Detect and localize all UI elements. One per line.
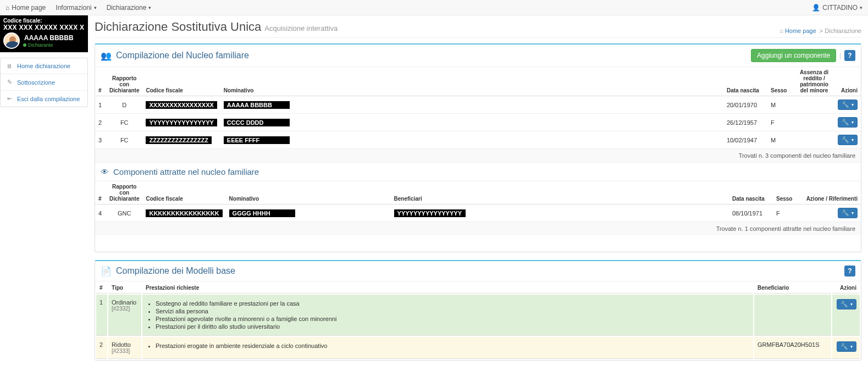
cell-cf: YYYYYYYYYYYYYYYY <box>142 114 220 131</box>
cell-azioni: 🔧▾ <box>832 337 860 359</box>
actions-button[interactable]: 🔧▾ <box>838 117 858 128</box>
wrench-icon: 🔧 <box>842 101 849 108</box>
col-m-tipo: Tipo <box>108 283 141 294</box>
actions-button[interactable]: 🔧▾ <box>837 341 856 352</box>
cell-nome: AAAAA BBBBB <box>220 96 723 114</box>
home-icon: ⌂ <box>779 27 783 34</box>
help-button[interactable]: ? <box>844 266 855 277</box>
identity-box: Codice fiscale: XXX XXX XXXXX XXXX X AAA… <box>0 15 88 52</box>
col-a-cf: Codice fiscale <box>142 181 225 204</box>
actions-button[interactable]: 🔧▾ <box>838 135 858 145</box>
caret-down-icon: ▾ <box>850 344 853 349</box>
cell-idx: 1 <box>95 96 106 114</box>
cell-rapporto: GNC <box>106 204 142 222</box>
col-rapporto: Rapporto con Dichiarante <box>106 67 142 96</box>
col-a-idx: # <box>95 181 106 204</box>
cell-cf: XXXXXXXXXXXXXXXX <box>142 96 220 114</box>
cell-assenza <box>795 131 833 149</box>
user-icon: 👤 <box>812 4 820 12</box>
menu-home-dichiarazione[interactable]: 🗎Home dichiarazione <box>1 58 87 74</box>
cell-code: [#2332] <box>112 306 138 312</box>
cell-beneficiario <box>754 295 831 336</box>
prestazione-item: Servizi alla persona <box>156 308 750 314</box>
menu-sottoscrizione[interactable]: ✎Sottoscrizione <box>1 74 87 91</box>
breadcrumb-current: Dichiarazione <box>825 27 861 34</box>
cell-rapporto: FC <box>106 114 142 131</box>
caret-down-icon: ▾ <box>94 5 97 10</box>
nav-dichiarazione[interactable]: Dichiarazione▾ <box>107 4 152 12</box>
edit-icon: ✎ <box>6 79 13 86</box>
eye-icon: 👁 <box>101 167 109 176</box>
nav-home[interactable]: ⌂Home page <box>5 4 46 12</box>
document-icon: 🗎 <box>6 63 13 69</box>
cell-azioni: 🔧▾ <box>833 131 861 149</box>
cell-azioni: 🔧▾ <box>800 204 861 222</box>
cell-assenza <box>795 96 833 114</box>
cell-prestazioni: Prestazioni erogate in ambiente residenz… <box>142 337 753 359</box>
modelli-table: # Tipo Prestazioni richieste Beneficiari… <box>95 281 861 360</box>
col-nome: Nominativo <box>220 67 723 96</box>
wrench-icon: 🔧 <box>842 119 849 126</box>
table-row: 1Ordinario[#2332]Sostegno al reddito fam… <box>96 295 860 336</box>
help-button[interactable]: ? <box>844 50 855 61</box>
cell-azioni: 🔧▾ <box>833 114 861 131</box>
prestazione-item: Prestazioni erogate in ambiente residenz… <box>156 342 750 349</box>
col-a-nome: Nominativo <box>226 181 391 204</box>
page-title: Dichiarazione Sostitutiva UnicaAcquisizi… <box>95 20 338 34</box>
cell-beneficiario: GRMFBA70A20H501S <box>754 337 831 359</box>
caret-down-icon: ▾ <box>852 102 854 107</box>
cell-cf: KKKKKKKKKKKKKKKK <box>142 204 225 222</box>
cell-idx: 2 <box>96 337 107 359</box>
cell-sesso: M <box>767 131 795 149</box>
cell-idx: 1 <box>96 295 107 336</box>
prestazione-item: Prestazioni agevolate rivolte a minorenn… <box>156 316 750 322</box>
nav-informazioni[interactable]: Informazioni▾ <box>56 4 96 12</box>
col-sesso: Sesso <box>767 67 795 96</box>
actions-button[interactable]: 🔧▾ <box>838 99 858 110</box>
menu-esci[interactable]: ⇤Esci dalla compilazione <box>1 91 87 107</box>
nucleo-footer: Trovati n. 3 componenti del nucleo famil… <box>95 149 861 162</box>
side-menu: 🗎Home dichiarazione ✎Sottoscrizione ⇤Esc… <box>0 58 88 107</box>
wrench-icon: 🔧 <box>842 209 849 217</box>
users-icon: 👥 <box>101 51 112 61</box>
cell-sesso: F <box>773 204 800 222</box>
table-row: 1DXXXXXXXXXXXXXXXXAAAAA BBBBB20/01/1970M… <box>95 96 861 114</box>
identity-name: AAAAA BBBBB <box>23 34 75 42</box>
caret-down-icon: ▾ <box>860 5 863 10</box>
cell-prestazioni: Sostegno al reddito familiare e prestazi… <box>142 295 753 336</box>
top-navbar: ⌂Home page Informazioni▾ Dichiarazione▾ … <box>0 0 868 15</box>
cell-benef: YYYYYYYYYYYYYYYY <box>391 204 729 222</box>
sidebar: Codice fiscale: XXX XXX XXXXX XXXX X AAA… <box>0 15 88 373</box>
nav-user[interactable]: 👤CITTADINO▾ <box>812 4 863 12</box>
add-componente-button[interactable]: Aggiungi un componente <box>751 49 836 62</box>
avatar <box>3 32 20 49</box>
cell-nome: EEEE FFFF <box>220 131 723 149</box>
col-a-nascita: Data nascita <box>729 181 773 204</box>
col-nascita: Data nascita <box>723 67 767 96</box>
col-m-azioni: Azioni <box>832 283 860 294</box>
col-a-rapporto: Rapporto con Dichiarante <box>106 181 142 204</box>
breadcrumb-home[interactable]: Home page <box>785 27 816 34</box>
panel-modelli: 📄Compilazione dei Modelli base ? # Tipo … <box>95 260 861 361</box>
cell-nascita: 20/01/1970 <box>723 96 767 114</box>
actions-button[interactable]: 🔧▾ <box>838 208 858 218</box>
cell-rapporto: D <box>106 96 142 114</box>
col-cf: Codice fiscale <box>142 67 220 96</box>
cell-tipo: Ridotto[#2333] <box>108 337 141 359</box>
prestazione-item: Sostegno al reddito familiare e prestazi… <box>156 300 750 307</box>
panel-modelli-title: 📄Compilazione dei Modelli base <box>101 266 235 277</box>
cell-nascita: 08/10/1971 <box>729 204 773 222</box>
col-azioni: Azioni <box>833 67 861 96</box>
nucleo-table: # Rapporto con Dichiarante Codice fiscal… <box>95 67 861 149</box>
table-row: 2Ridotto[#2333]Prestazioni erogate in am… <box>96 337 860 359</box>
actions-button[interactable]: 🔧▾ <box>837 299 856 309</box>
caret-down-icon: ▾ <box>852 137 854 142</box>
cell-nome: CCCC DDDD <box>220 114 723 131</box>
breadcrumb: ⌂ Home page > Dichiarazione <box>779 27 861 34</box>
home-icon: ⌂ <box>5 4 9 12</box>
wrench-icon: 🔧 <box>842 136 849 143</box>
cell-idx: 3 <box>95 131 106 149</box>
file-icon: 📄 <box>101 266 112 277</box>
panel-attratte-title: 👁Componenti attratte nel nucleo familiar… <box>101 167 855 176</box>
table-row: 4GNCKKKKKKKKKKKKKKKKGGGG HHHHYYYYYYYYYYY… <box>95 204 861 222</box>
